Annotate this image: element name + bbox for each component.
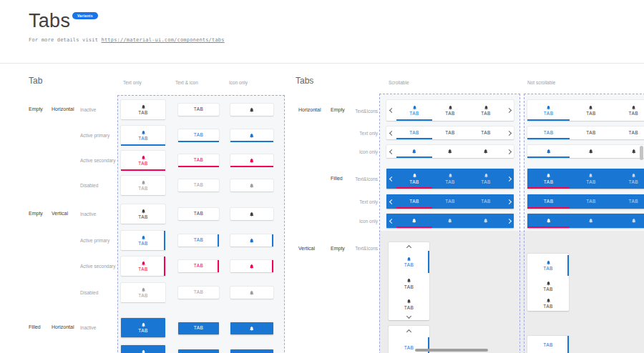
tab-secondary-text[interactable]: TAB <box>178 260 219 272</box>
tab-inactive-texticon[interactable]: TAB <box>121 204 165 224</box>
tab-inactive-text[interactable]: TAB <box>178 104 219 116</box>
tab-segment-active[interactable]: TAB <box>527 100 570 121</box>
chevron-left-icon[interactable] <box>389 218 394 223</box>
chevron-up-icon[interactable] <box>406 244 411 249</box>
tab-primary-text[interactable]: TAB <box>178 129 219 141</box>
chevron-left-icon[interactable] <box>389 130 394 135</box>
tab-disabled-icon[interactable] <box>230 179 273 192</box>
tab-item-active[interactable]: TAB <box>527 337 569 353</box>
tab-segment-active[interactable] <box>527 214 570 228</box>
scroll-right-button[interactable] <box>504 214 514 228</box>
chevron-right-icon[interactable] <box>506 218 511 223</box>
tab-segment-active[interactable]: TAB <box>396 100 432 121</box>
tab-segment[interactable]: TAB <box>570 169 612 189</box>
scroll-left-button[interactable] <box>386 126 396 139</box>
tab-segment[interactable]: TAB <box>613 126 644 139</box>
scroll-up-button[interactable] <box>389 329 429 334</box>
scroll-right-button[interactable] <box>504 145 514 158</box>
chevron-left-icon[interactable] <box>389 199 394 204</box>
tab-segment[interactable]: TAB <box>432 126 468 139</box>
chevron-right-icon[interactable] <box>506 130 511 135</box>
tab-segment[interactable]: TAB <box>468 169 504 189</box>
tab-item[interactable]: TAB <box>389 274 429 294</box>
chevron-left-icon[interactable] <box>389 149 394 154</box>
tab-filled-icon[interactable] <box>230 349 273 353</box>
chevron-right-icon[interactable] <box>506 199 511 204</box>
tab-disabled-icon[interactable] <box>230 287 273 299</box>
chevron-right-icon[interactable] <box>506 108 511 113</box>
tab-primary-texticon[interactable]: TAB <box>121 231 165 250</box>
scroll-right-button[interactable] <box>504 100 514 121</box>
tab-segment[interactable] <box>432 145 468 158</box>
tab-primary-text[interactable]: TAB <box>178 234 219 247</box>
chevron-right-icon[interactable] <box>506 149 511 154</box>
tab-segment[interactable] <box>570 145 612 158</box>
tab-segment[interactable]: TAB <box>613 194 644 209</box>
tab-filled-icon[interactable] <box>230 322 273 334</box>
chevron-right-icon[interactable] <box>506 176 511 181</box>
tab-secondary-text[interactable]: TAB <box>178 154 219 166</box>
tab-segment[interactable] <box>432 214 468 228</box>
tab-item[interactable]: TAB <box>527 277 569 296</box>
tab-segment-active[interactable]: TAB <box>396 169 432 189</box>
tab-primary-icon[interactable] <box>230 234 273 247</box>
docs-link[interactable]: https://material-ui.com/components/tabs <box>102 37 225 43</box>
vertical-scrollbar-thumb[interactable] <box>640 146 643 160</box>
tab-disabled-text[interactable]: TAB <box>178 179 219 192</box>
tab-segment[interactable]: TAB <box>468 126 504 139</box>
tab-segment-active[interactable]: TAB <box>396 194 432 209</box>
scroll-left-button[interactable] <box>386 214 396 228</box>
tab-segment[interactable]: TAB <box>432 169 468 189</box>
tab-segment-active[interactable] <box>396 214 432 228</box>
tab-segment[interactable]: TAB <box>570 126 612 139</box>
tab-segment[interactable]: TAB <box>613 100 644 121</box>
tab-inactive-icon[interactable] <box>230 208 273 220</box>
tab-secondary-texticon[interactable]: TAB <box>121 257 165 276</box>
tab-segment-active[interactable]: TAB <box>527 169 570 189</box>
scroll-down-button[interactable] <box>389 313 429 319</box>
tab-disabled-text[interactable]: TAB <box>178 287 219 299</box>
tab-secondary-texticon[interactable]: TAB <box>121 151 165 170</box>
tab-disabled-texticon[interactable]: TAB <box>121 283 165 302</box>
tab-disabled-texticon[interactable]: TAB <box>121 176 165 195</box>
chevron-down-icon[interactable] <box>406 313 411 318</box>
scroll-left-button[interactable] <box>386 169 396 189</box>
tab-segment[interactable]: TAB <box>613 169 644 189</box>
horizontal-scrollbar-thumb[interactable] <box>415 349 488 352</box>
chevron-up-icon[interactable] <box>406 329 411 334</box>
chevron-left-icon[interactable] <box>389 108 394 113</box>
tab-inactive-texticon[interactable]: TAB <box>121 100 165 119</box>
tab-filled-text[interactable]: TAB <box>178 349 219 353</box>
tab-segment[interactable] <box>468 214 504 228</box>
tab-segment[interactable]: TAB <box>432 100 468 121</box>
tab-segment[interactable] <box>570 214 612 228</box>
tab-filled-texticon[interactable]: TAB <box>121 318 165 337</box>
tab-segment[interactable] <box>468 145 504 158</box>
scroll-right-button[interactable] <box>504 194 514 209</box>
tab-secondary-icon[interactable] <box>230 260 273 272</box>
tab-segment-active[interactable]: TAB <box>527 194 570 209</box>
tab-segment[interactable]: TAB <box>570 100 612 121</box>
tab-item[interactable]: TAB <box>389 294 429 314</box>
tab-segment[interactable]: TAB <box>468 194 504 209</box>
tab-filled-text[interactable]: TAB <box>178 322 219 334</box>
tab-segment[interactable]: TAB <box>432 194 468 209</box>
scroll-left-button[interactable] <box>386 100 396 121</box>
tab-filled-texticon[interactable]: TAB <box>121 345 165 353</box>
tab-segment[interactable]: TAB <box>468 100 504 121</box>
scroll-left-button[interactable] <box>386 194 396 209</box>
tab-inactive-text[interactable]: TAB <box>178 208 219 220</box>
tab-secondary-icon[interactable] <box>230 154 273 166</box>
tab-segment[interactable] <box>613 214 644 228</box>
chevron-left-icon[interactable] <box>389 176 394 181</box>
scroll-right-button[interactable] <box>504 126 514 139</box>
tab-inactive-icon[interactable] <box>230 104 273 116</box>
scroll-left-button[interactable] <box>386 145 396 158</box>
tab-primary-texticon[interactable]: TAB <box>121 126 165 145</box>
tab-item-active[interactable]: TAB <box>527 255 569 276</box>
tab-item-active[interactable]: TAB <box>389 251 429 273</box>
tab-item[interactable]: TAB <box>527 296 569 311</box>
tab-primary-icon[interactable] <box>230 129 273 141</box>
scroll-right-button[interactable] <box>504 169 514 189</box>
tab-segment[interactable]: TAB <box>570 194 612 209</box>
